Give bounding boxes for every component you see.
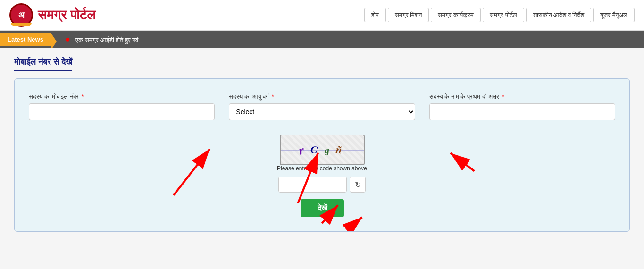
nav-mission[interactable]: समग्र मिशन — [388, 8, 429, 22]
captcha-noise — [281, 150, 364, 151]
nav-orders[interactable]: शासकीय आदेश व निर्देश — [526, 8, 592, 22]
captcha-image: r C g ñ — [280, 134, 365, 165]
captcha-char-1: r — [298, 142, 309, 158]
captcha-input[interactable] — [278, 177, 347, 193]
main-content: मोबाईल नंबर से देखें सदस्य का मोबाइल नंब… — [0, 48, 644, 241]
name-input[interactable] — [429, 103, 615, 120]
name-label: सदस्य के नाम के प्रथम दो अक्षर * — [429, 93, 615, 101]
name-group: सदस्य के नाम के प्रथम दो अक्षर * — [429, 93, 615, 120]
captcha-char-4: ñ — [335, 143, 345, 156]
arrow-submit — [350, 217, 362, 227]
nav-menu: होम समग्र मिशन समग्र कार्यक्रम समग्र पोर… — [364, 8, 635, 22]
form-card: सदस्य का मोबाइल नंबर * सदस्य का आयु वर्ग… — [14, 78, 630, 232]
nav-manual[interactable]: यूजर मैनुअल — [593, 8, 635, 22]
captcha-label: Please enter the code shown above — [277, 165, 367, 172]
mobile-group: सदस्य का मोबाइल नंबर * — [29, 93, 215, 120]
logo-area: अ समग्र पोर्टल — [9, 3, 95, 27]
nav-portal[interactable]: समग्र पोर्टल — [483, 8, 524, 22]
captcha-wrapper: r C g ñ Please enter the code shown abov… — [29, 130, 615, 217]
logo-text: समग्र पोर्टल — [38, 8, 95, 23]
captcha-char-3: g — [324, 144, 332, 156]
news-label: Latest News — [0, 33, 51, 46]
nav-karyakram[interactable]: समग्र कार्यक्रम — [431, 8, 481, 22]
submit-button[interactable]: देखें — [301, 199, 344, 217]
age-select[interactable]: Select 0-5 वर्ष 6-18 वर्ष 19-60 वर्ष 60+… — [229, 103, 415, 120]
news-bar: Latest News ● एक समग्र आईडी होते हुए नवं — [0, 31, 644, 48]
mobile-input[interactable] — [29, 103, 215, 120]
news-text: ● एक समग्र आईडी होते हुए नवं — [56, 34, 644, 44]
page-title: मोबाईल नंबर से देखें — [14, 57, 72, 71]
mobile-label: सदस्य का मोबाइल नंबर * — [29, 93, 215, 101]
news-dot: ● — [65, 34, 70, 44]
captcha-char-2: C — [310, 143, 321, 157]
news-content: एक समग्र आईडी होते हुए नवं — [75, 36, 138, 43]
header: अ समग्र पोर्टल होम समग्र मिशन समग्र कार्… — [0, 0, 644, 31]
logo-icon: अ — [9, 3, 33, 27]
refresh-button[interactable]: ↻ — [350, 177, 366, 193]
form-row-1: सदस्य का मोबाइल नंबर * सदस्य का आयु वर्ग… — [29, 93, 615, 120]
refresh-icon: ↻ — [355, 180, 361, 189]
nav-home[interactable]: होम — [364, 8, 386, 22]
age-group: सदस्य का आयु वर्ग * Select 0-5 वर्ष 6-18… — [229, 93, 415, 120]
age-label: सदस्य का आयु वर्ग * — [229, 93, 415, 101]
captcha-section: r C g ñ Please enter the code shown abov… — [277, 134, 367, 217]
svg-line-9 — [350, 217, 362, 227]
captcha-input-row: ↻ — [278, 177, 366, 193]
